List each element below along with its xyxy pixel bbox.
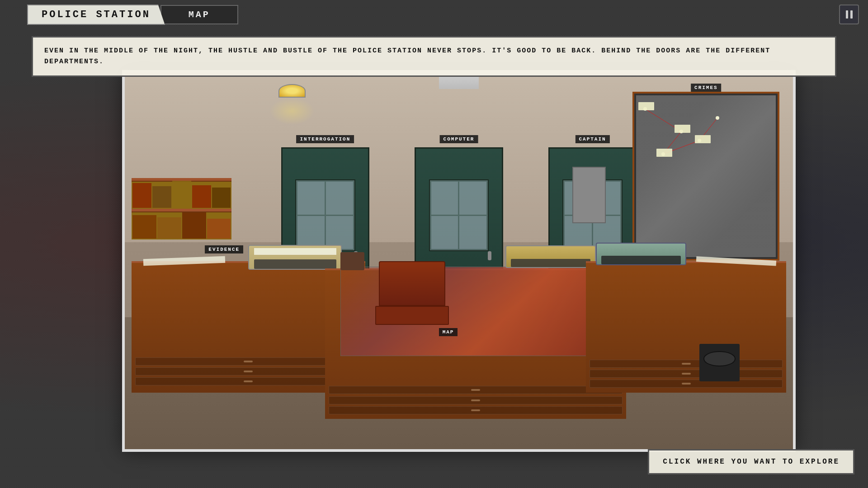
door-pane [297,182,325,215]
bookshelf [132,178,232,239]
door-pane [326,216,353,249]
door-pane [459,216,486,249]
typewriter-keys [254,259,337,268]
door-pane [297,216,325,249]
chair-seat [375,306,449,325]
desk-drawer [329,406,622,414]
typewriter-center [505,245,596,268]
crime-board-content [636,95,776,258]
desk-drawer [590,360,783,368]
typewriter-keys-right [601,256,681,264]
typewriter-right [596,243,686,265]
crime-strings [636,95,776,258]
door-handle [488,251,491,260]
door-pane [326,182,353,215]
desk-drawer [329,396,622,404]
narration-box: EVEN IN THE MIDDLE OF THE NIGHT, THE HUS… [32,36,836,77]
pause-icon [846,10,853,19]
door-window-interrogation [295,179,355,251]
location-title-bg: POLICE STATION [27,5,165,25]
captain-door-label: CAPTAIN [575,135,609,143]
desk-drawer [590,380,783,388]
center-desk [325,268,626,419]
door-window-computer [429,179,489,251]
computer-door-label: COMPUTER [440,135,478,143]
crime-board[interactable]: CRIMES [632,92,779,261]
door-pane [431,216,458,249]
interrogation-door-label: INTERROGATION [296,135,354,143]
desk-drawer [329,386,622,394]
location-title: POLICE STATION [42,9,151,20]
explore-cta-box: CLICK WHERE YOU WANT TO EXPLORE [648,449,854,474]
map-nav-bg[interactable]: MAP [160,5,238,24]
office-chair [379,261,446,337]
svg-rect-11 [656,149,672,157]
shelf-books-lower [132,212,232,239]
map-nav-label: MAP [189,9,210,20]
crimes-label: CRIMES [691,84,722,92]
svg-rect-9 [638,102,654,110]
svg-rect-10 [675,125,690,133]
wall-comm-box [572,167,606,223]
door-pane [459,182,486,215]
shelf-books [132,182,232,209]
typewriter-keys-center [511,259,590,267]
chair-back [379,261,446,306]
right-desk [586,261,786,393]
telephone [699,344,740,381]
evidence-hotspot[interactable]: EVIDENCE [205,245,243,253]
typewriter-left [248,245,342,270]
narration-text: EVEN IN THE MIDDLE OF THE NIGHT, THE HUS… [44,46,824,67]
desk-lamp [278,84,306,98]
pencil-cup [340,252,364,270]
svg-point-8 [716,116,719,120]
scene-container[interactable]: INTERROGATION COMPUTER [122,70,796,452]
header: POLICE STATION MAP [0,0,868,29]
door-pane [431,182,458,215]
photo-frame: INTERROGATION COMPUTER [122,70,796,452]
lamp-shade [278,84,306,98]
shelf-board-bottom [132,209,232,212]
explore-cta-text: CLICK WHERE YOU WANT TO EXPLORE [663,458,840,466]
desk-drawer [590,370,783,378]
pause-button[interactable] [839,5,859,24]
phone-dial [703,351,736,366]
svg-rect-12 [695,135,711,143]
